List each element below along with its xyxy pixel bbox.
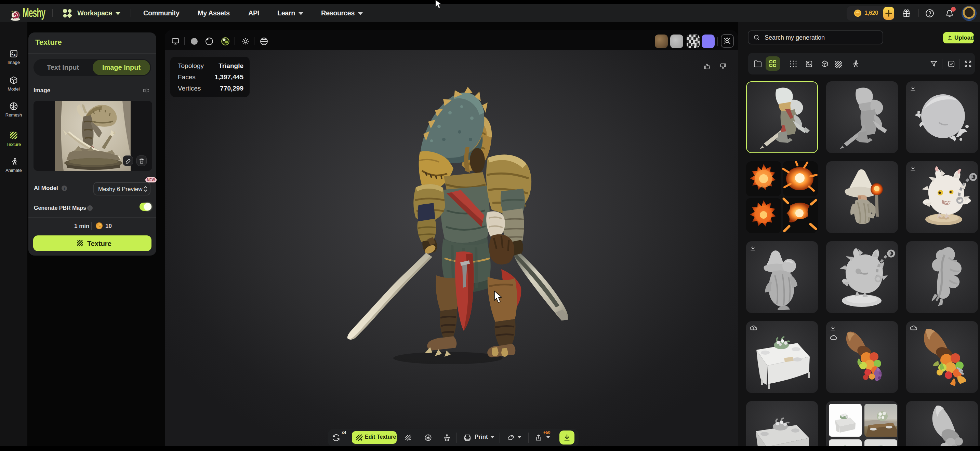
svg-text:AI: AI [13,54,16,57]
